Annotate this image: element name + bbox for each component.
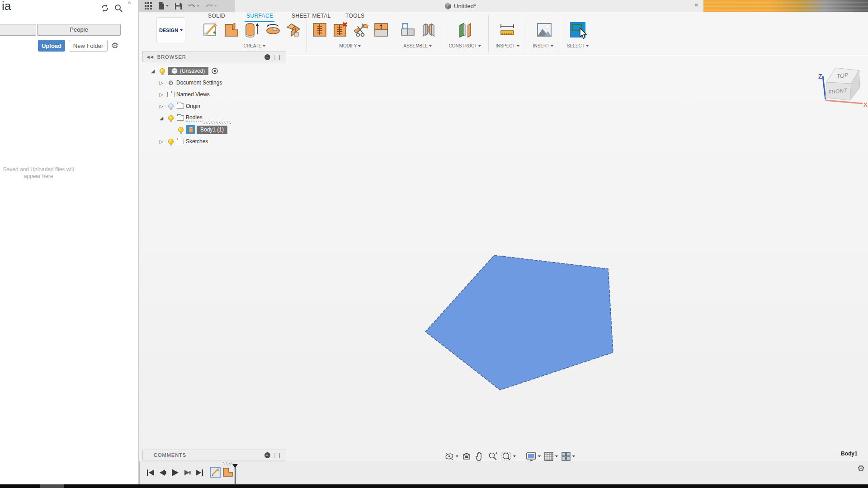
collapsed-arrow-icon[interactable]: ▷ [157,102,165,110]
visibility-bulb-icon[interactable] [168,115,174,121]
expanded-arrow-icon[interactable]: ◢ [149,67,157,75]
data-panel-settings-gear-icon[interactable]: ⚙ [111,41,118,50]
tree-row-document-settings[interactable]: ▷ ⚙ Document Settings [142,77,286,89]
collapsed-arrow-icon[interactable]: ▷ [157,79,165,87]
timeline-position-marker[interactable] [235,464,236,484]
display-settings[interactable] [526,451,541,461]
file-menu[interactable] [158,2,169,9]
browser-grip-icon[interactable]: ❘❙ [273,54,282,60]
create-sketch-icon[interactable] [203,22,219,38]
app-grid-icon[interactable] [145,2,152,9]
panel-collapse-chevron[interactable]: ^ [128,0,131,7]
ribbon-tab-sheetmetal[interactable]: SHEET METAL [292,13,331,19]
document-tab[interactable]: Untitled* [444,0,476,12]
model-viewport[interactable]: TOP FRONT Z X ◀◀ BROWSER − ❘❙ ◢ (Unsaved… [139,56,868,461]
stitch-icon[interactable] [311,22,328,38]
surface-offset-icon[interactable] [223,22,240,38]
tree-row-sketches[interactable]: ▷ Sketches [142,136,286,147]
close-tab-icon[interactable]: × [694,1,698,9]
x-axis-label: X [863,101,868,108]
offset-plane-icon[interactable] [457,22,473,38]
tree-node-label[interactable]: Document Settings [176,80,222,86]
ribbon-tab-solid[interactable]: SOLID [208,13,225,19]
body1-surface[interactable] [425,255,613,390]
extend-icon[interactable] [373,22,389,38]
x-axis-line [826,100,863,103]
browser-collapse-icon[interactable]: ◀◀ [146,55,154,59]
comments-header[interactable]: COMMENTS + ❘❙ [142,450,286,460]
z-axis-line [823,76,826,99]
trim-icon[interactable] [353,22,369,38]
root-node-label[interactable]: (Unsaved) [168,67,208,75]
zoom-tool[interactable] [488,451,498,461]
add-comment-icon[interactable]: + [264,452,270,458]
ribbon-tab-surface[interactable]: SURFACE [246,13,273,19]
expanded-arrow-icon[interactable]: ◢ [157,114,165,122]
tree-node-label[interactable]: Named Views [176,91,210,98]
surface-revolve-icon[interactable] [265,22,281,38]
pan-tool[interactable] [475,451,485,461]
browser-header[interactable]: ◀◀ BROWSER − ❘❙ [142,52,286,62]
group-label-select[interactable]: SELECT [560,43,596,48]
tree-row-root[interactable]: ◢ (Unsaved) [142,65,286,77]
timeline-play-button[interactable] [170,468,180,478]
visibility-bulb-icon[interactable] [160,68,165,74]
visibility-bulb-icon[interactable] [168,139,174,144]
visibility-bulb-off-icon[interactable] [168,103,174,109]
activate-radio-icon[interactable] [211,67,219,75]
tree-node-label[interactable]: Sketches [186,138,208,145]
timeline-go-to-end-button[interactable] [194,468,204,478]
undo-button[interactable] [188,3,199,9]
tab-people[interactable]: People [37,24,121,36]
joint-icon[interactable] [420,22,437,38]
save-icon[interactable] [175,3,182,9]
tree-row-bodies[interactable]: ◢ Bodies [142,112,286,124]
body-icon [186,125,195,134]
visibility-bulb-icon[interactable] [178,127,184,132]
group-label-insert[interactable]: INSERT [527,43,560,48]
browser-minimize-icon[interactable]: − [264,54,270,60]
collapsed-arrow-icon[interactable]: ▷ [157,90,165,99]
canvas-image-icon[interactable] [536,22,552,38]
zoom-window-tool[interactable] [501,451,516,461]
surface-extrude-icon[interactable] [243,22,259,38]
timeline-sketch-feature[interactable] [210,467,221,478]
group-label-assemble[interactable]: ASSEMBLE [394,43,442,48]
group-label-modify[interactable]: MODIFY [307,43,394,48]
viewports-layout[interactable] [561,451,575,461]
search-icon[interactable] [114,4,123,13]
timeline-step-forward-button[interactable] [182,468,192,478]
tree-node-label[interactable]: Origin [186,103,200,109]
tree-row-origin[interactable]: ▷ Origin [142,100,286,112]
ribbon-toolbar: DESIGN SOLID SURFACE SHEET METAL TOOLS [139,12,868,55]
unstitch-icon[interactable] [332,22,349,38]
new-component-icon[interactable] [400,22,416,38]
tree-row-named-views[interactable]: ▷ Named Views [142,89,286,100]
timeline-settings-gear-icon[interactable]: ⚙ [857,463,865,473]
timeline-go-to-start-button[interactable] [146,468,156,478]
group-label-inspect[interactable]: INSPECT [488,43,527,48]
body1-label[interactable]: Body1 (1) [197,126,227,134]
group-label-construct[interactable]: CONSTRUCT [442,43,488,48]
comments-grip-icon[interactable]: ❘❙ [273,452,282,458]
select-tool-icon[interactable] [570,22,586,38]
surface-patch-icon[interactable] [285,22,302,38]
workspace-selector[interactable]: DESIGN [156,17,185,43]
ribbon-tab-tools[interactable]: TOOLS [345,13,364,19]
refresh-icon[interactable] [100,4,109,13]
timeline-extrude-feature[interactable] [222,467,233,478]
collapsed-arrow-icon[interactable]: ▷ [157,137,165,145]
tree-node-label[interactable]: Bodies [186,114,203,122]
group-label-create[interactable]: CREATE [203,43,307,48]
tab-data[interactable] [0,24,36,36]
orbit-tool[interactable] [444,451,458,461]
measure-icon[interactable] [499,22,515,38]
tree-row-body1[interactable]: Body1 (1) [142,124,286,136]
look-at-tool[interactable] [462,451,472,461]
upload-button[interactable]: Upload [38,40,65,52]
timeline-step-back-button[interactable] [158,468,168,478]
grid-settings[interactable] [544,451,558,461]
redo-button[interactable] [206,3,217,9]
new-folder-button[interactable]: New Folder [69,40,108,52]
viewcube[interactable]: TOP FRONT Z X [809,59,868,113]
